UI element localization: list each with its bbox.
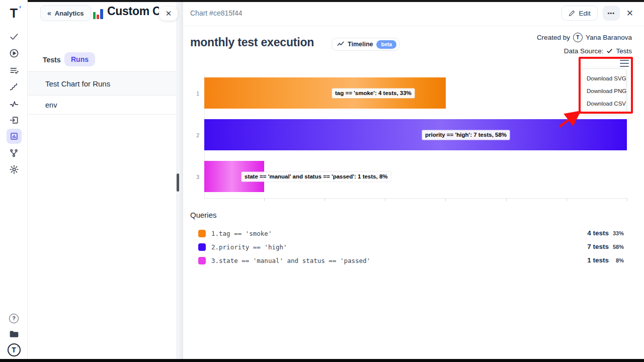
- list-item-label: Test Chart for Runs: [45, 79, 110, 88]
- gear-icon: [9, 164, 19, 174]
- query-text: priority == 'high': [219, 243, 287, 251]
- trend-line-icon: [337, 41, 344, 47]
- close-icon: ✕: [626, 9, 633, 18]
- bar-label: state == 'manual' and status == 'passed'…: [242, 172, 391, 182]
- sidebar-item-runs[interactable]: [0, 48, 28, 59]
- bar-label: priority == 'high': 7 tests, 58%: [422, 130, 510, 140]
- query-index: 2.: [211, 243, 219, 251]
- logo-t-icon: T': [10, 6, 18, 21]
- git-branch-icon: [9, 148, 19, 158]
- legend-swatch: [198, 243, 206, 251]
- axis-tick: [567, 199, 567, 201]
- query-row: 3.state == 'manual' and status == 'passe…: [183, 256, 644, 266]
- category-label: 3: [191, 174, 199, 180]
- x-axis-line: [204, 198, 627, 199]
- data-source-label: Data Source:: [564, 47, 604, 55]
- created-by-label: Created by: [537, 34, 570, 41]
- back-label: Analytics: [55, 10, 84, 17]
- bar-priority-high[interactable]: [204, 119, 627, 150]
- background-gap: [176, 0, 183, 362]
- chart-drawer: Chart #ce815f44 Edit ••• ✕ monthly test …: [183, 0, 644, 362]
- question-icon: ?: [9, 314, 19, 323]
- menu-item-download-png[interactable]: Download PNG: [582, 85, 626, 98]
- chart-meta: Created by T' Yana Baranova Data Source:…: [537, 32, 632, 56]
- ellipsis-icon: •••: [607, 10, 615, 16]
- edit-button[interactable]: Edit: [561, 6, 597, 21]
- queries-heading: Queries: [190, 211, 217, 219]
- query-text: state == 'manual' and status == 'passed': [219, 257, 370, 264]
- icon-rail: T' ? T': [0, 0, 28, 362]
- tab-tests[interactable]: Tests: [43, 56, 61, 64]
- edit-label: Edit: [579, 10, 590, 17]
- menu-item-download-svg[interactable]: Download SVG: [582, 72, 626, 85]
- sidebar-item-help[interactable]: ?: [0, 313, 28, 324]
- list-item-label: env: [45, 101, 57, 109]
- list-item-test-chart-for-runs[interactable]: Test Chart for Runs: [28, 72, 176, 96]
- sidebar-item-pulse[interactable]: [0, 99, 28, 110]
- enter-box-icon: [9, 115, 19, 125]
- stairs-icon: [9, 82, 19, 92]
- menu-item-download-csv[interactable]: Download CSV: [582, 98, 626, 110]
- query-index: 3.: [211, 257, 219, 264]
- query-row: 1.tag == 'smoke' 4 tests 33%: [183, 229, 644, 239]
- data-source-value: Tests: [616, 47, 632, 55]
- timeline-toggle[interactable]: Timeline beta: [332, 38, 399, 51]
- sidebar-item-projects[interactable]: [0, 328, 28, 339]
- play-circle-icon: [9, 48, 19, 58]
- app-logo[interactable]: T': [0, 6, 28, 20]
- list-item-env[interactable]: env: [28, 96, 176, 115]
- author-avatar: T': [573, 33, 583, 42]
- chevrons-left-icon: «: [47, 9, 51, 17]
- sidebar-item-milestones[interactable]: [0, 81, 28, 93]
- activity-icon: [9, 99, 19, 109]
- sidebar-item-plans[interactable]: [0, 65, 28, 76]
- axis-tick: [506, 199, 507, 201]
- query-percent: 33%: [610, 230, 624, 236]
- sidebar-item-import[interactable]: [0, 115, 28, 126]
- legend-swatch: [198, 257, 206, 264]
- query-percent: 8%: [610, 257, 624, 263]
- account-logo-icon: T': [8, 343, 21, 356]
- axis-tick: [264, 199, 265, 201]
- check-icon: [9, 32, 19, 42]
- bar-chart-icon: [10, 132, 19, 141]
- axis-tick: [325, 199, 325, 201]
- page-title: Custom Chart: [107, 5, 159, 18]
- close-icon: ✕: [166, 9, 172, 18]
- sidebar-item-tests[interactable]: [0, 31, 28, 42]
- more-options-button[interactable]: •••: [603, 6, 620, 21]
- download-menu: Download SVG Download PNG Download CSV: [581, 68, 626, 114]
- panel-close-button[interactable]: ✕: [159, 7, 178, 21]
- timeline-label: Timeline: [348, 41, 373, 48]
- query-tests-count: 1 tests: [587, 256, 609, 264]
- hamburger-icon: [620, 60, 629, 61]
- list-check-icon: [9, 65, 19, 75]
- check-icon: [606, 48, 613, 54]
- account-avatar[interactable]: T': [0, 343, 28, 357]
- back-to-analytics-button[interactable]: « Analytics: [40, 5, 91, 21]
- query-index: 1.: [211, 230, 219, 237]
- window-top-edge: [28, 0, 644, 2]
- scrollbar-thumb[interactable]: [177, 173, 179, 192]
- drawer-header: Chart #ce815f44 Edit ••• ✕: [183, 0, 644, 26]
- tab-runs[interactable]: Runs: [64, 52, 95, 66]
- axis-tick: [627, 199, 627, 201]
- axis-tick: [445, 199, 446, 201]
- sidebar-item-analytics-active[interactable]: [0, 129, 28, 144]
- chart-title: monthly test execution: [190, 36, 314, 49]
- bar-label: tag == 'smoke': 4 tests, 33%: [332, 88, 415, 98]
- analytics-active-background: [7, 129, 22, 144]
- query-tests-count: 4 tests: [587, 229, 609, 237]
- sidebar-item-branches[interactable]: [0, 147, 28, 158]
- query-row: 2.priority == 'high' 7 tests 58%: [183, 242, 644, 252]
- drawer-close-button[interactable]: ✕: [625, 8, 635, 19]
- chart-menu-button[interactable]: [620, 60, 629, 67]
- pencil-icon: [569, 10, 575, 17]
- query-text: tag == 'smoke': [219, 230, 272, 237]
- window-bottom-edge: [0, 359, 644, 362]
- sidebar-item-settings[interactable]: [0, 164, 28, 175]
- category-label: 2: [191, 132, 199, 138]
- beta-badge: beta: [376, 40, 396, 49]
- analytics-panel: « Analytics Custom Chart Tests Runs Test…: [28, 0, 176, 362]
- folder-icon: [9, 329, 19, 338]
